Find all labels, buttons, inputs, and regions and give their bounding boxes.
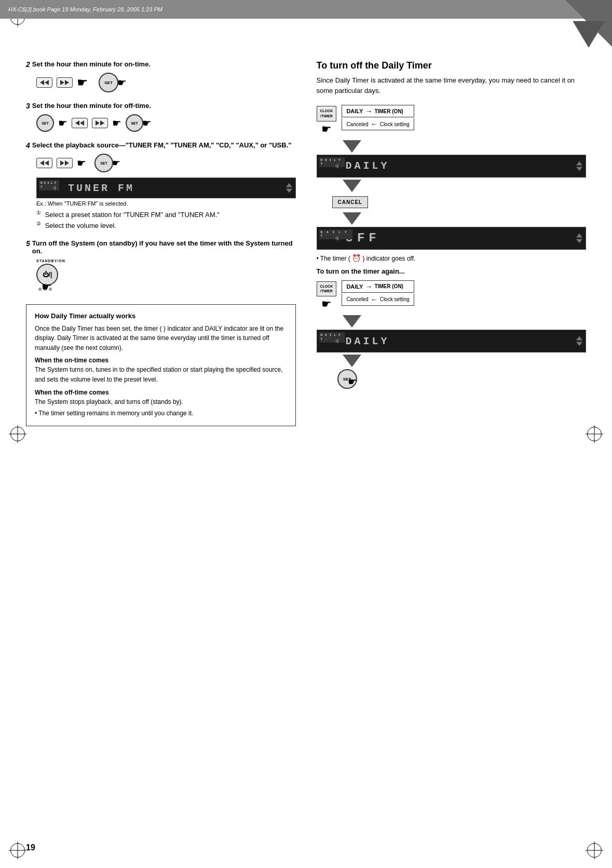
arr-down (286, 189, 292, 193)
daily-right-arr-2 (576, 336, 582, 346)
s4-arr-r2 (65, 160, 69, 166)
set-button-step4[interactable]: SET (94, 154, 113, 172)
hand-icon-standby: ☛ (42, 280, 296, 294)
d2-arr-l (335, 338, 338, 344)
set-btn-wrap: SET ☛ (317, 369, 587, 388)
hand-icon-step3c: ☛ (142, 117, 152, 129)
standby-group: STANDBY/ON ⏻/| ☛ (36, 259, 296, 294)
header-bar: HX-C6[J].book Page 19 Monday, February 2… (0, 0, 612, 19)
tuner-right-arrows (286, 183, 292, 193)
double-arrow-right-1 (60, 80, 64, 85)
hand-icon-step3b: ☛ (112, 117, 121, 129)
skip-back-btn-step4[interactable] (36, 158, 52, 168)
step-2-text: Set the hour then minute for on-time. (32, 60, 151, 69)
flow-diagram-1: DAILY → TIMER (ON) Canceled ← Clock sett… (342, 105, 414, 130)
reg-mark-midright (587, 427, 602, 441)
step-5-num: 5 (26, 239, 30, 255)
info-sub2-text: The System stops playback, and turns off… (35, 397, 287, 407)
skip-fwd-btn-step3[interactable] (92, 118, 108, 128)
d2-arr-up (576, 336, 582, 341)
step-3-num: 3 (26, 102, 30, 110)
arr-left-1 (52, 185, 56, 191)
daily-label-box-2: DAILYT (319, 332, 345, 343)
d1-arr-up (576, 161, 582, 165)
down-triangle-3 (343, 212, 361, 225)
down-triangle-2 (343, 180, 361, 192)
daily-label-box-1: DAILYT (319, 157, 345, 168)
set-button-step3b[interactable]: SET (126, 114, 143, 132)
info-box-title: How Daily Timer actually works (35, 312, 287, 320)
daily-flow-label: DAILY (346, 108, 363, 114)
s4-arr-l1 (40, 160, 44, 166)
arr-l1 (75, 120, 79, 126)
arr-up (286, 183, 292, 187)
daily-left-arr-2 (335, 338, 338, 344)
step-4-buttons: ☛ SET ☛ (36, 154, 296, 172)
step-2: 2 Set the hour then minute for on-time. … (26, 60, 296, 92)
clock-timer-wrap-2: CLOCK/TIMER ☛ (317, 278, 337, 311)
step-4-header: 4 Select the playback source—"TUNER FM,"… (26, 141, 296, 150)
hand-icon-step2a: ☛ (77, 75, 88, 90)
sub-step-1-num: ① (36, 210, 41, 215)
timer-on-label-2: TIMER (ON) (374, 283, 403, 289)
daily-label-tuner: DAILYT (39, 180, 59, 191)
set-button-step3a[interactable]: SET (36, 114, 54, 132)
d2-arr-dn (576, 342, 582, 346)
left-column: 2 Set the hour then minute for on-time. … (26, 60, 296, 426)
hand-icon-set: ☛ (348, 375, 587, 388)
header-text: HX-C6[J].book Page 19 Monday, February 2… (8, 6, 162, 12)
sub-step-2-text: Select the volume level. (45, 222, 116, 230)
info-box: How Daily Timer actually works Once the … (26, 304, 296, 426)
step-3-text: Set the hour then minute for off-time. (32, 102, 151, 110)
cancel-btn-wrap: CANCEL (317, 194, 587, 210)
arr-r2 (100, 120, 104, 126)
timer-diagram-1: CLOCK/TIMER ☛ DAILY → TIMER (ON) Cancele… (317, 103, 587, 136)
down-triangle-5 (343, 355, 361, 367)
s4-arr-r1 (60, 160, 64, 166)
to-turn-on-title: To turn on the timer again... (317, 267, 587, 275)
skip-forward-btn[interactable] (57, 77, 73, 88)
step-3-buttons: SET ☛ ☛ SET ☛ (36, 114, 296, 132)
sub-step-2: ② Select the volume level. (36, 221, 296, 229)
step-3-header: 3 Set the hour then minute for off-time. (26, 102, 296, 110)
skip-back-btn[interactable] (36, 77, 52, 88)
info-sub1-text: The System turns on, tunes in to the spe… (35, 365, 287, 384)
off-right-arr (576, 233, 582, 243)
clock-timer-wrap-1: CLOCK/TIMER ☛ (317, 103, 337, 136)
right-column: To turn off the Daily Timer Since Daily … (317, 60, 587, 426)
step-2-num: 2 (26, 60, 30, 69)
s4-arr-l2 (45, 160, 49, 166)
hand-icon-step2b: ☛ (117, 76, 127, 89)
canceled-label: Canceled (346, 121, 368, 127)
sub-step-2-num: ② (36, 221, 41, 226)
arrow-down-3 (343, 212, 587, 225)
reg-mark-bottomright (587, 843, 602, 858)
cancel-button-illus[interactable]: CANCEL (332, 196, 369, 208)
arr-l2 (80, 120, 84, 126)
clock-timer-btn-1[interactable]: CLOCK/TIMER (317, 106, 337, 121)
step-5: 5 Turn off the System (on standby) if yo… (26, 239, 296, 294)
tuner-fm-display: DAILYT TUNER FM (36, 178, 296, 198)
skip-back-btn-step3[interactable] (72, 118, 88, 128)
flow-row-4: Canceled ← Clock setting (342, 294, 414, 306)
canceled-label-2: Canceled (346, 296, 368, 302)
clock-timer-btn-2[interactable]: CLOCK/TIMER (317, 281, 337, 297)
flow-arrow-2: ← (371, 120, 378, 128)
info-bullet: • The timer setting remains in memory un… (35, 409, 287, 418)
caption-tuner: Ex.: When "TUNER FM" is selected. (36, 200, 296, 207)
hand-icon-step3a: ☛ (58, 117, 67, 129)
off-left-arr (335, 236, 338, 241)
daily-right-arr-1 (576, 161, 582, 171)
flow-arrow-3: → (365, 282, 372, 291)
off-arr-dn (576, 239, 582, 243)
set-button-step2[interactable]: SET (99, 73, 118, 92)
skip-fwd-btn-step4[interactable] (57, 158, 73, 168)
step-4-text: Select the playback source—"TUNER FM," "… (32, 141, 292, 150)
page-number: 19 (26, 843, 35, 852)
section-title: To turn off the Daily Timer (317, 60, 587, 71)
sub-step-1-text: Select a preset station for "TUNER FM" a… (45, 211, 220, 219)
double-arrow-right-2 (65, 80, 69, 85)
step-4: 4 Select the playback source—"TUNER FM,"… (26, 141, 296, 230)
daily-display-1: DAILYT DAILY (317, 155, 587, 178)
step-5-header: 5 Turn off the System (on standby) if yo… (26, 239, 296, 255)
